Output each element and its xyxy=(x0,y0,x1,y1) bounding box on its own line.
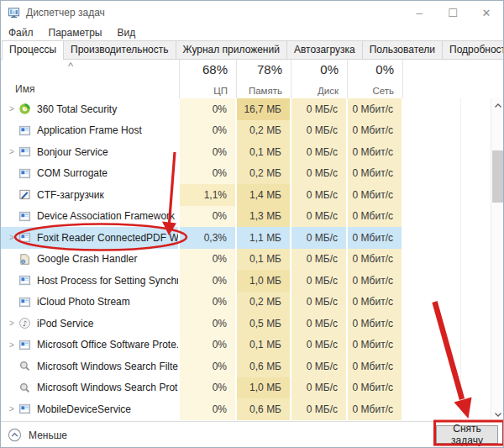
memory-value-cell: 1,3 МБ xyxy=(237,206,290,228)
tab-3[interactable]: Автозагрузка xyxy=(286,40,363,59)
tab-5[interactable]: Подробности xyxy=(442,40,504,59)
cpu-value-cell: 0% xyxy=(180,98,235,120)
cpu-value-cell: 0% xyxy=(180,313,235,335)
menu-item-параметры[interactable]: Параметры xyxy=(41,26,110,40)
expand-chevron-icon[interactable]: > xyxy=(6,340,18,350)
memory-total-usage: 78% xyxy=(257,62,282,76)
disk-value-cell: 0 МБ/с xyxy=(291,292,346,314)
menu-item-вид[interactable]: Вид xyxy=(109,26,143,40)
column-header-cpu[interactable]: 68% ЦП xyxy=(179,60,236,98)
process-name-cell: > ♪ iPod Service xyxy=(1,313,178,335)
table-row[interactable]: Google Crash Handler 0% 0,1 МБ 0 МБ/с 0 … xyxy=(1,249,491,271)
disk-value-cell: 0 МБ/с xyxy=(291,206,346,228)
cpu-value-cell: 0% xyxy=(180,356,235,377)
disk-total-usage: 0% xyxy=(320,62,339,76)
table-row[interactable]: Microsoft Windows Search Filte... 0% 0,6… xyxy=(1,356,491,377)
row-empty-cell xyxy=(403,398,491,420)
network-value-cell: 0 Мбит/с xyxy=(348,377,402,399)
task-manager-icon xyxy=(8,7,20,19)
cpu-total-usage: 68% xyxy=(202,62,228,76)
disk-value-cell: 0 МБ/с xyxy=(291,98,346,120)
security-360-icon xyxy=(18,103,31,116)
column-header-network[interactable]: 0% Сеть xyxy=(347,60,402,98)
app-window-icon xyxy=(18,145,31,159)
expand-chevron-icon[interactable]: > xyxy=(6,233,18,242)
network-value-cell: 0 Мбит/с xyxy=(348,249,402,271)
expand-chevron-icon[interactable]: > xyxy=(6,319,18,328)
maximize-button[interactable]: ☐ xyxy=(436,1,470,24)
table-row[interactable]: > Bonjour Service 0% 0,1 МБ 0 МБ/с 0 Мби… xyxy=(1,141,491,163)
app-window-icon xyxy=(18,166,31,180)
row-empty-cell xyxy=(403,356,491,377)
process-name-cell: CTF-загрузчик xyxy=(1,184,178,206)
column-header-memory[interactable]: 78% Память xyxy=(236,60,291,98)
column-header-row: ^ Имя 68% ЦП 78% Память 0% Диск 0% Сеть xyxy=(1,60,491,98)
table-row[interactable]: > 360 Total Security 0% 16,7 МБ 0 МБ/с 0… xyxy=(1,98,491,120)
row-empty-cell xyxy=(403,377,491,399)
cpu-value-cell: 0% xyxy=(180,398,235,420)
process-name-cell: iCloud Photo Stream xyxy=(1,292,178,314)
table-row[interactable]: Device Association Framework ... 0% 1,3 … xyxy=(1,206,491,228)
table-row[interactable]: CTF-загрузчик 1,1% 1,4 МБ 0 МБ/с 0 Мбит/… xyxy=(1,184,491,206)
memory-value-cell: 0,6 МБ xyxy=(237,398,290,420)
vertical-scrollbar[interactable] xyxy=(491,98,504,421)
table-row[interactable]: Application Frame Host 0% 0,2 МБ 0 МБ/с … xyxy=(1,120,491,142)
tab-4[interactable]: Пользователи xyxy=(362,40,443,59)
expand-chevron-icon[interactable]: > xyxy=(6,147,18,156)
scrollbar-thumb[interactable] xyxy=(492,150,504,203)
process-name-cell: Application Frame Host xyxy=(1,120,178,142)
table-row[interactable]: Microsoft Windows Search Prot... 0% 1,0 … xyxy=(1,377,491,399)
scroll-down-icon[interactable] xyxy=(491,407,504,421)
tab-1[interactable]: Производительность xyxy=(63,40,176,59)
memory-value-cell: 0,2 МБ xyxy=(237,292,290,314)
tab-2[interactable]: Журнал приложений xyxy=(176,40,287,59)
network-column-label: Сеть xyxy=(372,86,394,96)
network-value-cell: 0 Мбит/с xyxy=(348,356,402,377)
row-empty-cell xyxy=(403,313,491,335)
network-value-cell: 0 Мбит/с xyxy=(348,313,402,335)
table-row[interactable]: > Microsoft Office Software Prote... 0% … xyxy=(1,335,491,356)
expand-chevron-icon[interactable]: > xyxy=(6,404,18,414)
disk-value-cell: 0 МБ/с xyxy=(291,335,346,356)
cpu-value-cell: 0% xyxy=(180,270,235,292)
column-header-disk[interactable]: 0% Диск xyxy=(291,60,347,98)
app-window-icon xyxy=(18,124,31,137)
music-circle-icon: ♪ xyxy=(18,317,31,330)
cpu-value-cell: 1,1% xyxy=(180,184,235,206)
chevron-up-circle-icon xyxy=(8,428,22,442)
table-row-selected[interactable]: > Foxit Reader ConnectedPDF Wi... 0,3% 1… xyxy=(1,227,491,249)
menu-item-файл[interactable]: Файл xyxy=(1,26,41,40)
menu-bar: ФайлПараметрыВид xyxy=(1,24,503,40)
expand-chevron-icon[interactable]: > xyxy=(6,104,18,113)
network-value-cell: 0 Мбит/с xyxy=(348,120,402,142)
row-empty-cell xyxy=(403,292,491,314)
table-row[interactable]: > MobileDeviceService 0% 0,6 МБ 0 МБ/с 0… xyxy=(1,398,491,420)
status-bar: Меньше Снять задачу xyxy=(1,421,503,448)
process-name-cell: Host Process for Setting Synchr... xyxy=(1,270,178,292)
scroll-up-icon[interactable] xyxy=(491,98,504,113)
network-value-cell: 0 Мбит/с xyxy=(348,335,402,356)
table-row[interactable]: COM Surrogate 0% 0,2 МБ 0 МБ/с 0 Мбит/с xyxy=(1,163,491,185)
table-row[interactable]: > ♪ iPod Service 0% 0,5 МБ 0 МБ/с 0 Мбит… xyxy=(1,313,491,335)
process-name: Host Process for Setting Synchr... xyxy=(37,275,178,287)
process-name-cell: > Foxit Reader ConnectedPDF Wi... xyxy=(1,227,178,249)
process-name: COM Surrogate xyxy=(37,167,108,179)
tab-0[interactable]: Процессы xyxy=(2,40,64,60)
cpu-value-cell: 0% xyxy=(180,206,235,228)
close-button[interactable]: ✕ xyxy=(470,1,503,24)
column-header-name-label: Имя xyxy=(15,83,34,95)
column-header-name[interactable]: ^ Имя xyxy=(1,60,179,98)
process-name-cell: Device Association Framework ... xyxy=(1,206,178,228)
table-row[interactable]: iCloud Photo Stream 0% 0,2 МБ 0 МБ/с 0 М… xyxy=(1,292,491,314)
process-name: 360 Total Security xyxy=(37,103,117,115)
row-empty-cell xyxy=(403,206,491,228)
table-row[interactable]: Host Process for Setting Synchr... 0% 1,… xyxy=(1,270,491,292)
process-name: CTF-загрузчик xyxy=(37,189,104,201)
minimize-button[interactable]: – xyxy=(402,1,436,24)
memory-column-label: Память xyxy=(249,86,282,96)
process-name-cell: Microsoft Windows Search Filte... xyxy=(1,356,178,377)
fewer-details-button[interactable]: Меньше xyxy=(8,428,67,442)
end-task-button[interactable]: Снять задачу xyxy=(436,425,498,444)
row-empty-cell xyxy=(403,270,491,292)
window-title: Диспетчер задач xyxy=(26,7,105,18)
